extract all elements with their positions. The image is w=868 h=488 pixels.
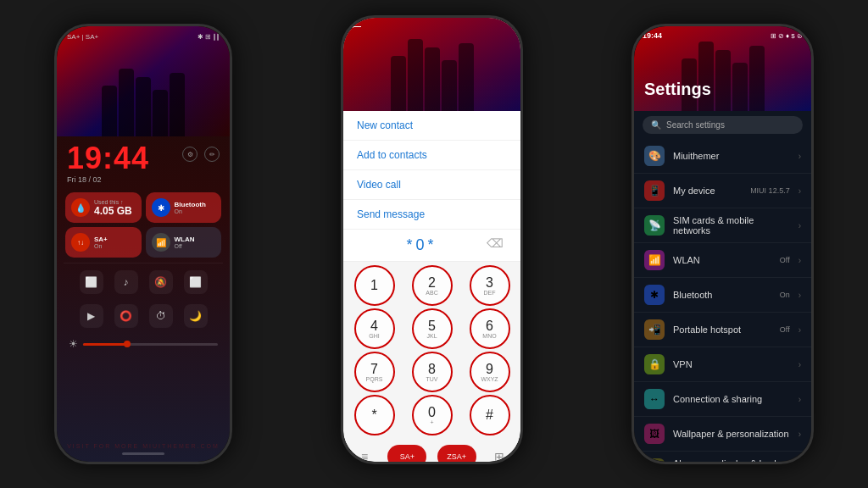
phone1-wlan-tile[interactable]: 📶 WLAN Off [146, 227, 222, 258]
lock-icon: 🔐 [644, 458, 665, 462]
menu-add-contacts[interactable]: Add to contacts [343, 141, 520, 170]
miuithemer-label: Miuithemer [673, 151, 790, 161]
phone1-carrier: SA+ | SA+ [67, 33, 98, 41]
phone2-dial-display: *0* ⌫ [343, 230, 520, 262]
quick-icon-6[interactable]: ⭕ [114, 304, 138, 328]
bluetooth-settings-value: On [780, 291, 790, 299]
menu-send-message[interactable]: Send message [343, 200, 520, 230]
phone3-settings-title: Settings [644, 80, 711, 99]
phone2-hero-image: ⟵ [343, 18, 520, 111]
bluetooth-settings-icon: ✱ [644, 285, 665, 305]
key-1[interactable]: 1 [347, 265, 402, 306]
phone1-home-bar[interactable] [122, 452, 164, 455]
phone2-dialpad-icon[interactable]: ⊞ [487, 444, 512, 462]
key-0[interactable]: 0+ [404, 395, 459, 435]
backspace-icon[interactable]: ⌫ [487, 236, 507, 250]
settings-item-hotspot[interactable]: 📲 Portable hotspot Off › [634, 313, 811, 347]
settings-item-sim[interactable]: 📡 SIM cards & mobile networks › [634, 208, 811, 243]
phone2-call-sa-btn[interactable]: SA+ [387, 445, 426, 462]
phone1-quick-tiles: 💧 Used this ↑ 4.05 GB ✱ Bluetooth On ↑↓ … [57, 187, 230, 263]
search-placeholder: Search settings [666, 120, 725, 130]
quick-icon-3[interactable]: 🔕 [149, 270, 173, 294]
settings-item-miuithemer[interactable]: 🎨 Miuithemer › [634, 139, 811, 174]
phone3-settings-list: 🎨 Miuithemer › 📱 My device MIUI 12.5.7 ›… [634, 139, 811, 462]
settings-item-wallpaper[interactable]: 🖼 Wallpaper & personalization › [634, 417, 811, 452]
hero-fig-5 [170, 73, 185, 136]
quick-icon-8[interactable]: 🌙 [184, 304, 208, 328]
phone1-date: Fri 18 / 02 [67, 175, 149, 184]
menu-video-call[interactable]: Video call [343, 170, 520, 200]
hotspot-label: Portable hotspot [673, 324, 771, 335]
key-3[interactable]: 3DEF [462, 265, 517, 306]
phone3-screen: 19:44 ⊞ ⊘ ♦ $ ⊘ Settings 🔍 Search settin… [634, 26, 811, 462]
hero-fig-3 [136, 77, 151, 136]
quick-icon-1[interactable]: ⬜ [80, 270, 103, 294]
brightness-handle [124, 341, 131, 347]
key-star[interactable]: * [347, 395, 402, 435]
bluetooth-settings-arrow: › [798, 291, 801, 300]
phone1-settings-icon[interactable]: ⚙ [182, 147, 198, 162]
miuithemer-arrow: › [798, 152, 801, 161]
brightness-bar[interactable] [83, 343, 218, 346]
phone2-menu-icon[interactable]: ≡ [352, 444, 377, 462]
hero-fig-1 [102, 86, 117, 136]
key-8[interactable]: 8TUV [404, 352, 459, 392]
vpn-arrow: › [798, 360, 801, 369]
hero-fig-4 [153, 90, 168, 136]
bluetooth-sub: On [175, 208, 206, 214]
wallpaper-arrow: › [798, 430, 801, 439]
phone3-search-bar[interactable]: 🔍 Search settings [643, 116, 803, 134]
connection-icon: ↔ [644, 389, 665, 409]
hero-fig-2 [119, 69, 134, 136]
phone1-data-tile[interactable]: 💧 Used this ↑ 4.05 GB [65, 192, 142, 223]
phone3-time: 19:44 [643, 31, 662, 40]
key-2[interactable]: 2ABC [404, 265, 459, 306]
key-5[interactable]: 5JKL [404, 308, 459, 349]
phone1-status-bar: SA+ | SA+ ✱ ⊞ ∥∥ [67, 33, 220, 41]
phone3-status-bar: 19:44 ⊞ ⊘ ♦ $ ⊘ [643, 31, 803, 40]
sim-icon: 📡 [644, 215, 665, 236]
phone3-status-icons: ⊞ ⊘ ♦ $ ⊘ [771, 31, 803, 40]
wlan-settings-arrow: › [798, 256, 801, 265]
settings-item-lock[interactable]: 🔐 Always-on display & Lock screen › [634, 452, 811, 462]
phone1-watermark: VISIT FOR MORE MIUITHEMER.COM [67, 443, 220, 449]
phone2-hero-figures [343, 18, 520, 111]
phone2-status-bar: ⟵ [352, 23, 361, 30]
phone-2: ⟵ New contact Add to contacts Video call… [341, 15, 523, 464]
settings-item-wlan[interactable]: 📶 WLAN Off › [634, 243, 811, 278]
phone1-small-icons-row1: ⬜ ♪ 🔕 ⬜ [64, 263, 223, 301]
hotspot-value: Off [780, 325, 790, 334]
sa-icon: ↑↓ [71, 233, 90, 252]
settings-item-vpn[interactable]: 🔒 VPN › [634, 347, 811, 382]
lock-label: Always-on display & Lock screen [673, 458, 790, 462]
phone1-brightness-control[interactable]: ☀ [57, 331, 230, 357]
phone1-sa-tile[interactable]: ↑↓ SA+ On [65, 227, 142, 258]
sa-label: SA+ [94, 236, 108, 243]
connection-arrow: › [798, 395, 801, 404]
key-6[interactable]: 6MNO [462, 308, 517, 349]
settings-item-connection[interactable]: ↔ Connection & sharing › [634, 382, 811, 417]
wlan-icon: 📶 [152, 233, 170, 252]
brightness-icon: ☀ [69, 338, 78, 350]
phone1-edit-icon[interactable]: ✏ [204, 147, 220, 162]
wallpaper-icon: 🖼 [644, 424, 665, 444]
connection-label: Connection & sharing [673, 394, 790, 404]
settings-item-device[interactable]: 📱 My device MIUI 12.5.7 › [634, 174, 811, 208]
phone1-bluetooth-tile[interactable]: ✱ Bluetooth On [146, 192, 222, 223]
key-4[interactable]: 4GHI [347, 308, 402, 349]
wlan-settings-value: Off [780, 256, 790, 264]
phone1-status-icons: ✱ ⊞ ∥∥ [198, 33, 220, 41]
key-9[interactable]: 9WXYZ [462, 352, 517, 392]
key-hash[interactable]: # [462, 395, 517, 435]
data-icon: 💧 [71, 198, 90, 217]
phone2-call-zsa-btn[interactable]: ZSA+ [437, 445, 476, 462]
settings-item-bluetooth[interactable]: ✱ Bluetooth On › [634, 278, 811, 313]
quick-icon-5[interactable]: ▶ [80, 304, 103, 328]
menu-new-contact[interactable]: New contact [343, 111, 520, 141]
quick-icon-2[interactable]: ♪ [114, 270, 138, 294]
quick-icon-4[interactable]: ⬜ [184, 270, 208, 294]
key-7[interactable]: 7PQRS [347, 352, 402, 392]
quick-icon-7[interactable]: ⏱ [149, 304, 173, 328]
sim-arrow: › [798, 221, 801, 230]
wallpaper-label: Wallpaper & personalization [673, 429, 790, 439]
